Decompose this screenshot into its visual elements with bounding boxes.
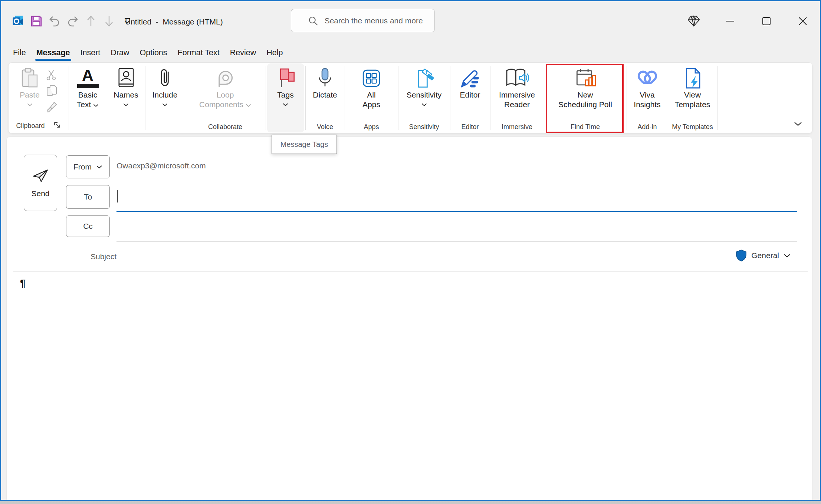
ribbon-tabs: File Message Insert Draw Options Format … — [8, 43, 288, 63]
redo-button[interactable] — [66, 14, 79, 29]
cut-button[interactable] — [46, 69, 58, 82]
scheduling-poll-icon — [574, 67, 597, 89]
immersive-reader-button[interactable]: Immersive Reader Immersive — [490, 63, 544, 133]
undo-button[interactable] — [48, 14, 61, 29]
basic-text-button[interactable]: A Basic Text — [69, 63, 107, 133]
search-box[interactable] — [291, 9, 435, 32]
save-button[interactable] — [30, 14, 43, 29]
apps-grid-icon — [361, 67, 382, 89]
view-templates-button[interactable]: View Templates My Templates — [668, 63, 717, 133]
tab-review[interactable]: Review — [225, 43, 262, 63]
tab-file[interactable]: File — [8, 43, 31, 63]
subject-field[interactable]: Subject — [91, 252, 116, 261]
from-address: Owaexp3@microsoft.com — [116, 161, 206, 170]
paperclip-icon — [158, 67, 172, 90]
cc-button[interactable]: Cc — [66, 215, 110, 237]
chevron-down-icon — [162, 103, 168, 106]
sensitivity-group-label: Sensitivity — [398, 123, 450, 131]
names-button[interactable]: Names — [107, 63, 145, 133]
paste-label: Paste — [20, 90, 40, 100]
paste-button[interactable]: Paste — [19, 66, 40, 106]
sensitivity-badge[interactable]: General — [736, 249, 791, 262]
outlook-message-window: Untitled - Message (HTML) — [0, 0, 821, 501]
premium-features-button[interactable] — [687, 14, 700, 29]
immersive-reader-icon — [505, 68, 529, 89]
tab-draw[interactable]: Draw — [105, 43, 134, 63]
chevron-down-icon — [246, 104, 251, 107]
tab-insert[interactable]: Insert — [75, 43, 106, 63]
apps-group-label: Apps — [345, 123, 398, 131]
window-title: Untitled - Message (HTML) — [125, 17, 223, 26]
chevron-down-icon — [283, 103, 288, 106]
flag-icon — [276, 67, 295, 90]
outlook-app-icon — [12, 14, 25, 29]
copy-icon — [46, 84, 58, 97]
close-button[interactable] — [796, 14, 809, 29]
from-button[interactable]: From — [66, 155, 110, 178]
minimize-icon — [725, 16, 736, 27]
chevron-down-icon — [96, 165, 102, 169]
from-field-underline — [116, 182, 797, 182]
arrow-down-icon — [104, 14, 115, 28]
window-controls — [687, 14, 809, 29]
chevron-down-icon — [123, 103, 129, 106]
copy-button[interactable] — [46, 84, 58, 99]
ribbon-group-clipboard: Paste — [9, 63, 69, 133]
new-scheduling-poll-button[interactable]: New Scheduling Poll Find Time — [544, 63, 627, 133]
message-body[interactable]: ¶ — [7, 272, 812, 500]
microphone-icon — [316, 67, 334, 90]
format-painter-icon — [46, 101, 58, 112]
all-apps-button[interactable]: All Apps Apps — [345, 63, 398, 133]
chevron-down-icon — [93, 104, 99, 107]
sensitivity-button[interactable]: Sensitivity Sensitivity — [398, 63, 450, 133]
send-button[interactable]: Send — [24, 155, 57, 211]
close-icon — [797, 16, 808, 27]
maximize-button[interactable] — [760, 14, 773, 29]
addin-group-label: Add-in — [627, 123, 668, 131]
chevron-down-icon — [784, 254, 791, 258]
templates-icon — [683, 67, 702, 90]
arrow-up-icon — [85, 14, 96, 28]
redo-icon — [66, 15, 79, 27]
tab-message[interactable]: Message — [31, 43, 75, 63]
include-button[interactable]: Include — [145, 63, 185, 133]
editor-button[interactable]: Editor Editor — [450, 63, 490, 133]
undo-icon — [48, 15, 61, 27]
collapse-ribbon-button[interactable] — [794, 121, 802, 128]
chevron-down-icon — [27, 103, 33, 106]
search-input[interactable] — [325, 16, 434, 25]
tags-button[interactable]: Tags — [266, 63, 305, 133]
minimize-button[interactable] — [723, 14, 737, 29]
dictate-button[interactable]: Dictate Voice — [305, 63, 345, 133]
editor-pencil-icon — [459, 67, 481, 89]
cut-icon — [46, 69, 57, 80]
save-icon — [30, 14, 43, 28]
text-cursor — [117, 190, 118, 202]
tab-options[interactable]: Options — [134, 43, 172, 63]
tooltip-text: Message Tags — [280, 140, 328, 149]
to-button[interactable]: To — [66, 185, 110, 209]
maximize-icon — [761, 16, 772, 27]
loop-components-button[interactable]: Loop Components Collaborate — [185, 63, 266, 133]
gem-icon — [687, 15, 700, 27]
move-up-button[interactable] — [84, 14, 98, 29]
clipboard-dialog-launcher[interactable] — [53, 121, 61, 131]
paragraph-mark: ¶ — [20, 278, 26, 289]
sensitivity-label: General — [751, 251, 779, 260]
tab-format-text[interactable]: Format Text — [173, 43, 225, 63]
send-plane-icon — [32, 168, 49, 183]
format-painter-button[interactable] — [46, 101, 58, 114]
move-down-button[interactable] — [102, 14, 116, 29]
tab-help[interactable]: Help — [261, 43, 288, 63]
chevron-down-icon — [421, 103, 427, 106]
to-field-underline-focused — [116, 211, 797, 212]
voice-group-label: Voice — [305, 123, 345, 131]
send-label: Send — [31, 189, 49, 198]
viva-insights-button[interactable]: Viva Insights Add-in — [627, 63, 668, 133]
my-templates-group-label: My Templates — [668, 123, 717, 131]
ribbon: Paste — [8, 62, 812, 134]
cc-field-underline — [116, 241, 797, 242]
immersive-group-label: Immersive — [490, 123, 544, 131]
find-time-group-label: Find Time — [544, 123, 627, 131]
viva-insights-icon — [637, 67, 658, 90]
